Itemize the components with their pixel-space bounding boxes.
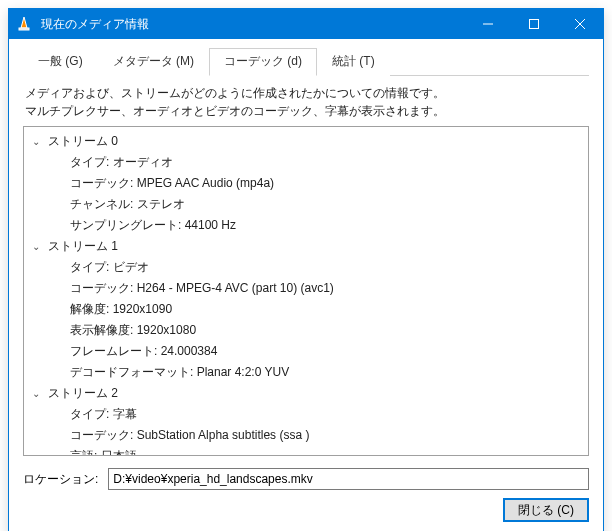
tab-metadata[interactable]: メタデータ (M) bbox=[98, 48, 209, 76]
svg-rect-1 bbox=[19, 28, 29, 30]
stream-header[interactable]: ⌄ストリーム 0 bbox=[30, 131, 582, 152]
maximize-button[interactable] bbox=[511, 9, 557, 39]
stream-props: タイプ: ビデオコーデック: H264 - MPEG-4 AVC (part 1… bbox=[30, 257, 582, 383]
stream-property: コーデック: MPEG AAC Audio (mp4a) bbox=[70, 173, 582, 194]
stream-header[interactable]: ⌄ストリーム 2 bbox=[30, 383, 582, 404]
description-line: マルチプレクサー、オーディオとビデオのコーデック、字幕が表示されます。 bbox=[25, 102, 587, 120]
stream-property: 解像度: 1920x1090 bbox=[70, 299, 582, 320]
tab-stats[interactable]: 統計 (T) bbox=[317, 48, 390, 76]
codec-tree[interactable]: ⌄ストリーム 0タイプ: オーディオコーデック: MPEG AAC Audio … bbox=[23, 126, 589, 456]
stream-property: タイプ: ビデオ bbox=[70, 257, 582, 278]
location-row: ロケーション: bbox=[23, 468, 589, 490]
tab-general[interactable]: 一般 (G) bbox=[23, 48, 98, 76]
stream-property: コーデック: SubStation Alpha subtitles (ssa ) bbox=[70, 425, 582, 446]
location-label: ロケーション: bbox=[23, 471, 98, 488]
tab-bar: 一般 (G) メタデータ (M) コーデック (d) 統計 (T) bbox=[23, 47, 589, 76]
content-area: 一般 (G) メタデータ (M) コーデック (d) 統計 (T) メディアおよ… bbox=[9, 39, 603, 531]
close-button[interactable]: 閉じる (C) bbox=[503, 498, 589, 522]
chevron-down-icon: ⌄ bbox=[30, 241, 42, 252]
stream-props: タイプ: 字幕コーデック: SubStation Alpha subtitles… bbox=[30, 404, 582, 456]
stream-title: ストリーム 2 bbox=[48, 385, 118, 402]
svg-rect-3 bbox=[530, 20, 539, 29]
stream-property: サンプリングレート: 44100 Hz bbox=[70, 215, 582, 236]
close-window-button[interactable] bbox=[557, 9, 603, 39]
location-input[interactable] bbox=[108, 468, 589, 490]
chevron-down-icon: ⌄ bbox=[30, 136, 42, 147]
stream-property: チャンネル: ステレオ bbox=[70, 194, 582, 215]
stream-property: 表示解像度: 1920x1080 bbox=[70, 320, 582, 341]
stream-property: コーデック: H264 - MPEG-4 AVC (part 10) (avc1… bbox=[70, 278, 582, 299]
svg-marker-0 bbox=[21, 17, 27, 28]
stream-title: ストリーム 1 bbox=[48, 238, 118, 255]
chevron-down-icon: ⌄ bbox=[30, 388, 42, 399]
stream-header[interactable]: ⌄ストリーム 1 bbox=[30, 236, 582, 257]
stream-property: 言語: 日本語 bbox=[70, 446, 582, 456]
stream-title: ストリーム 0 bbox=[48, 133, 118, 150]
stream-property: タイプ: 字幕 bbox=[70, 404, 582, 425]
window-title: 現在のメディア情報 bbox=[39, 16, 465, 33]
description-line: メディアおよび、ストリームがどのように作成されたかについての情報です。 bbox=[25, 84, 587, 102]
tab-codec[interactable]: コーデック (d) bbox=[209, 48, 317, 76]
titlebar: 現在のメディア情報 bbox=[9, 9, 603, 39]
stream-props: タイプ: オーディオコーデック: MPEG AAC Audio (mp4a)チャ… bbox=[30, 152, 582, 236]
media-info-window: 現在のメディア情報 一般 (G) メタデータ (M) コーデック (d) 統計 … bbox=[8, 8, 604, 531]
stream-property: タイプ: オーディオ bbox=[70, 152, 582, 173]
app-icon bbox=[9, 16, 39, 32]
stream-property: フレームレート: 24.000384 bbox=[70, 341, 582, 362]
stream-property: デコードフォーマット: Planar 4:2:0 YUV bbox=[70, 362, 582, 383]
minimize-button[interactable] bbox=[465, 9, 511, 39]
description-text: メディアおよび、ストリームがどのように作成されたかについての情報です。 マルチプ… bbox=[25, 84, 587, 120]
